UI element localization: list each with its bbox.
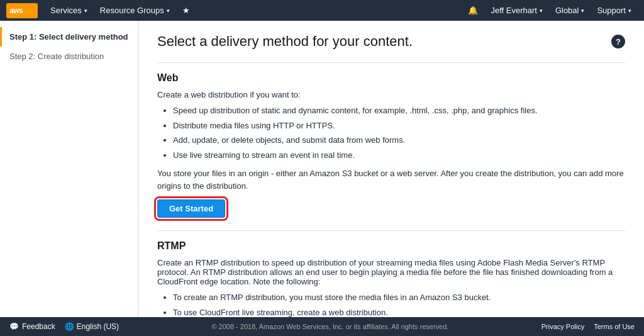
footer: 💬 Feedback 🌐 English (US) © 2008 - 2018,… xyxy=(0,317,644,336)
sidebar-step1[interactable]: Step 1: Select delivery method xyxy=(0,27,138,47)
language-selector[interactable]: 🌐 English (US) xyxy=(65,322,119,331)
web-bullet-2: Distribute media files using HTTP or HTT… xyxy=(173,120,625,132)
lang-label: English (US) xyxy=(77,322,119,331)
resource-groups-menu[interactable]: Resource Groups ▾ xyxy=(94,0,176,21)
aws-logo-box: aws xyxy=(6,3,38,18)
region-label: Global xyxy=(555,6,579,15)
web-storage-info: You store your files in an origin - eith… xyxy=(157,167,625,192)
resource-groups-label: Resource Groups xyxy=(100,6,164,15)
web-bullet-1: Speed up distribution of static and dyna… xyxy=(173,104,625,117)
footer-left: 💬 Feedback 🌐 English (US) xyxy=(9,322,119,331)
section-divider-web xyxy=(157,62,625,63)
svg-text:aws: aws xyxy=(9,6,23,15)
pin-icon: ★ xyxy=(182,6,190,15)
user-caret: ▾ xyxy=(540,8,543,14)
support-label: Support xyxy=(597,6,626,15)
web-bullet-list: Speed up distribution of static and dyna… xyxy=(173,104,625,161)
page-title-container: Select a delivery method for your conten… xyxy=(157,33,625,50)
user-menu[interactable]: Jeff Everhart ▾ xyxy=(484,0,548,21)
user-label: Jeff Everhart xyxy=(491,6,536,15)
rtmp-section-title: RTMP xyxy=(157,240,625,252)
rtmp-desc: Create an RTMP distribution to speed up … xyxy=(157,258,625,286)
web-section: Web Create a web distribution if you wan… xyxy=(157,72,625,218)
services-label: Services xyxy=(50,6,82,15)
sidebar-step2[interactable]: Step 2: Create distribution xyxy=(0,47,138,66)
feedback-button[interactable]: 💬 Feedback xyxy=(9,322,55,331)
rtmp-bullet-list: To create an RTMP distribution, you must… xyxy=(173,291,625,317)
footer-right: Privacy Policy Terms of Use xyxy=(541,323,635,330)
resource-groups-caret: ▾ xyxy=(167,8,170,14)
section-divider-rtmp xyxy=(157,230,625,231)
bell-button[interactable]: 🔔 xyxy=(462,0,484,21)
help-icon[interactable]: ? xyxy=(611,35,625,48)
main-layout: Step 1: Select delivery method Step 2: C… xyxy=(0,21,644,317)
footer-copyright: © 2008 - 2018, Amazon Web Services, Inc.… xyxy=(211,323,448,330)
web-bullet-3: Add, update, or delete objects, and subm… xyxy=(173,134,625,147)
rtmp-bullet-1: To create an RTMP distribution, you must… xyxy=(173,291,625,304)
privacy-policy-link[interactable]: Privacy Policy xyxy=(541,323,584,330)
region-caret: ▾ xyxy=(581,8,584,14)
page-title: Select a delivery method for your conten… xyxy=(157,33,413,50)
support-menu[interactable]: Support ▾ xyxy=(591,0,638,21)
web-get-started-button[interactable]: Get Started xyxy=(157,199,225,218)
rtmp-section: RTMP Create an RTMP distribution to spee… xyxy=(157,230,625,317)
terms-link[interactable]: Terms of Use xyxy=(594,323,635,330)
rtmp-bullet-2: To use CloudFront live streaming, create… xyxy=(173,306,625,318)
nav-right: 🔔 Jeff Everhart ▾ Global ▾ Support ▾ xyxy=(462,0,638,21)
pin-button[interactable]: ★ xyxy=(176,0,196,21)
sidebar: Step 1: Select delivery method Step 2: C… xyxy=(0,21,138,317)
feedback-label: Feedback xyxy=(22,322,55,331)
services-menu[interactable]: Services ▾ xyxy=(44,0,94,21)
web-section-title: Web xyxy=(157,72,625,84)
main-content: Select a delivery method for your conten… xyxy=(138,21,644,317)
feedback-icon: 💬 xyxy=(9,322,19,331)
bell-icon: 🔔 xyxy=(468,6,478,15)
globe-icon: 🌐 xyxy=(65,322,74,331)
services-caret: ▾ xyxy=(84,8,87,14)
aws-logo[interactable]: aws xyxy=(6,3,38,18)
web-intro: Create a web distribution if you want to… xyxy=(157,90,625,99)
support-caret: ▾ xyxy=(628,8,631,14)
region-menu[interactable]: Global ▾ xyxy=(549,0,591,21)
top-nav: aws Services ▾ Resource Groups ▾ ★ 🔔 Jef… xyxy=(0,0,644,21)
web-bullet-4: Use live streaming to stream an event in… xyxy=(173,149,625,162)
